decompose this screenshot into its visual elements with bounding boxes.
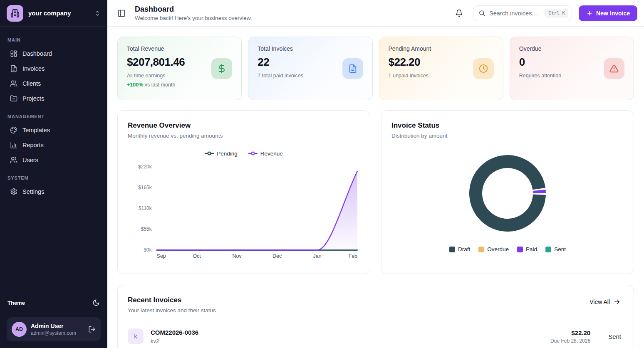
stat-value: 22 bbox=[258, 56, 303, 69]
svg-text:Oct: Oct bbox=[193, 253, 201, 259]
invoice-avatar: k bbox=[128, 328, 144, 344]
svg-text:Jan: Jan bbox=[313, 253, 322, 259]
sidebar-item-invoices[interactable]: Invoices bbox=[6, 62, 102, 76]
status-legend-item-paid: Paid bbox=[517, 246, 537, 252]
recent-invoices-title: Recent Invoices bbox=[128, 296, 216, 304]
legend-item-pending: Pending bbox=[205, 151, 238, 157]
logout-icon[interactable] bbox=[88, 326, 96, 333]
stat-sub: All time earnings bbox=[127, 73, 185, 79]
user-card[interactable]: AD Admin User admin@system.com bbox=[7, 317, 101, 341]
revenue-overview-card: Revenue Overview Monthly revenue vs. pen… bbox=[117, 110, 370, 274]
svg-text:$220k: $220k bbox=[138, 164, 152, 170]
svg-text:$55k: $55k bbox=[141, 226, 152, 232]
stat-trend: +100% vs last month bbox=[127, 82, 185, 88]
page-subtitle: Welcome back! Here's your business overv… bbox=[135, 15, 252, 21]
user-email: admin@system.com bbox=[31, 330, 84, 336]
svg-text:Dec: Dec bbox=[272, 253, 282, 259]
sidebar-toggle-icon[interactable] bbox=[117, 9, 126, 17]
sidebar-item-label: Users bbox=[22, 157, 38, 163]
status-legend-item-sent: Sent bbox=[545, 246, 566, 252]
plus-icon bbox=[586, 10, 593, 17]
sidebar-nav: MAIN Dashboard Invoices Clients Projects… bbox=[0, 27, 107, 292]
revenue-chart-subtitle: Monthly revenue vs. pending amounts bbox=[128, 133, 360, 139]
stat-card-total-invoices: Total Invoices 22 7 total paid invoices bbox=[248, 37, 372, 100]
sidebar-item-label: Projects bbox=[22, 95, 44, 102]
stat-label: Total Invoices bbox=[258, 45, 303, 52]
search-input[interactable]: Search invoices... Ctrl K bbox=[473, 5, 572, 21]
sidebar-item-dashboard[interactable]: Dashboard bbox=[6, 47, 102, 61]
topbar: Dashboard Welcome back! Here's your busi… bbox=[107, 0, 644, 27]
status-legend-item-overdue: Overdue bbox=[478, 246, 509, 252]
charts-row: Revenue Overview Monthly revenue vs. pen… bbox=[117, 110, 634, 274]
stat-sub: 1 unpaid invoices bbox=[389, 73, 431, 79]
invoice-due-date: Due Feb 28, 2026 bbox=[550, 338, 590, 344]
arrow-right-icon bbox=[614, 299, 620, 305]
notifications-bell-icon[interactable] bbox=[455, 9, 463, 17]
company-logo-icon bbox=[7, 5, 23, 22]
avatar: AD bbox=[12, 322, 27, 337]
sidebar-item-templates[interactable]: Templates bbox=[6, 123, 102, 137]
sidebar: your company MAIN Dashboard Invoices Cli… bbox=[0, 0, 107, 348]
invoice-amount: $22.20 bbox=[550, 329, 590, 336]
theme-toggle-moon-icon[interactable] bbox=[92, 299, 100, 306]
stat-card-pending-amount: Pending Amount $22.20 1 unpaid invoices bbox=[379, 37, 503, 100]
sidebar-item-users[interactable]: Users bbox=[6, 153, 102, 167]
stat-label: Overdue bbox=[519, 45, 561, 52]
search-icon bbox=[478, 10, 485, 17]
company-name: your company bbox=[28, 10, 89, 17]
sidebar-item-projects[interactable]: Projects bbox=[6, 91, 102, 106]
status-legend-item-draft: Draft bbox=[449, 246, 470, 252]
company-switcher[interactable]: your company bbox=[0, 0, 107, 27]
file-icon bbox=[342, 58, 363, 79]
sidebar-item-settings[interactable]: Settings bbox=[6, 185, 102, 199]
stat-sub: 7 total paid invoices bbox=[258, 73, 303, 79]
stat-value: 0 bbox=[519, 56, 561, 69]
file-icon bbox=[10, 65, 17, 72]
stats-row: Total Revenue $207,801.46 All time earni… bbox=[117, 37, 634, 100]
sidebar-item-label: Invoices bbox=[22, 65, 45, 72]
search-shortcut-badge: Ctrl K bbox=[545, 9, 568, 17]
stat-label: Total Revenue bbox=[127, 45, 185, 52]
stat-card-total-revenue: Total Revenue $207,801.46 All time earni… bbox=[117, 37, 242, 100]
sidebar-item-label: Dashboard bbox=[22, 50, 52, 57]
new-invoice-button[interactable]: New Invoice bbox=[579, 5, 637, 21]
recent-invoices-subtitle: Your latest invoices and their status bbox=[128, 307, 216, 313]
user-name: Admin User bbox=[31, 323, 84, 329]
bar-chart-icon bbox=[10, 141, 17, 149]
dollar-icon bbox=[211, 58, 232, 79]
alert-triangle-icon bbox=[604, 58, 624, 79]
svg-text:Nov: Nov bbox=[233, 253, 242, 259]
invoice-status-badge: Sent bbox=[608, 333, 621, 340]
invoice-status-card: Invoice Status Distribution by amount Dr… bbox=[381, 110, 634, 274]
nav-section-management-label: MANAGEMENT bbox=[7, 114, 100, 119]
nav-section-main-label: MAIN bbox=[7, 37, 100, 42]
stat-value: $207,801.46 bbox=[127, 56, 185, 69]
invoice-row[interactable]: k COM22026-0036 kv2 $22.20 Due Feb 28, 2… bbox=[118, 322, 634, 348]
sidebar-item-clients[interactable]: Clients bbox=[6, 77, 102, 91]
dashboard-content: Total Revenue $207,801.46 All time earni… bbox=[107, 27, 644, 348]
invoice-number: COM22026-0036 bbox=[151, 329, 543, 336]
revenue-chart-title: Revenue Overview bbox=[128, 121, 360, 130]
users-icon bbox=[10, 80, 17, 87]
stat-sub: Requires attention bbox=[519, 73, 561, 79]
revenue-line-chart: $0k$55k$110k$165k$220kSepOctNovDecJanFeb bbox=[128, 160, 360, 263]
sidebar-item-label: Clients bbox=[22, 80, 41, 87]
page-title: Dashboard bbox=[135, 5, 252, 14]
stat-value: $22.20 bbox=[389, 56, 431, 69]
view-all-button[interactable]: View All bbox=[586, 296, 624, 308]
dashboard-icon bbox=[10, 50, 17, 57]
svg-text:$110k: $110k bbox=[139, 205, 152, 211]
clock-icon bbox=[473, 58, 494, 79]
recent-invoices-card: Recent Invoices Your latest invoices and… bbox=[117, 285, 634, 348]
nav-section-system-label: SYSTEM bbox=[7, 175, 100, 180]
invoice-status-legend: DraftOverduePaidSent bbox=[391, 246, 624, 252]
folder-icon bbox=[10, 95, 17, 102]
search-placeholder: Search invoices... bbox=[489, 10, 541, 17]
invoice-status-donut bbox=[464, 150, 551, 237]
svg-text:$0k: $0k bbox=[144, 247, 151, 253]
sidebar-item-reports[interactable]: Reports bbox=[6, 138, 102, 152]
svg-text:$165k: $165k bbox=[138, 185, 152, 190]
status-chart-subtitle: Distribution by amount bbox=[391, 133, 624, 139]
svg-text:Sep: Sep bbox=[157, 253, 166, 259]
stat-label: Pending Amount bbox=[389, 45, 431, 52]
